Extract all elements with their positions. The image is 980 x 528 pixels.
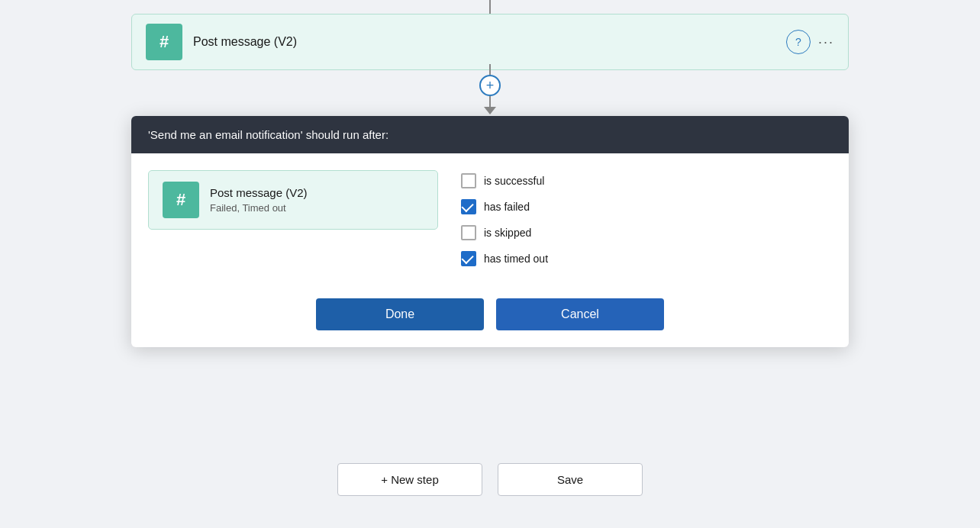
canvas-area: # Post message (V2) ? ··· + 'Send me an … bbox=[0, 0, 980, 528]
dialog-header-text: 'Send me an email notification' should r… bbox=[148, 128, 388, 141]
add-step-button[interactable]: + bbox=[479, 75, 501, 96]
connector-line-top bbox=[489, 0, 491, 14]
step-reference-card: # Post message (V2) Failed, Timed out bbox=[148, 170, 438, 230]
more-button[interactable]: ··· bbox=[818, 34, 834, 50]
done-button[interactable]: Done bbox=[316, 298, 484, 330]
checkbox-is-skipped-box[interactable] bbox=[461, 225, 476, 240]
checkbox-has-failed[interactable]: has failed bbox=[461, 199, 548, 214]
step-ref-subtitle: Failed, Timed out bbox=[210, 202, 308, 214]
save-button[interactable]: Save bbox=[498, 463, 643, 496]
dialog-footer: Done Cancel bbox=[131, 283, 849, 347]
new-step-button[interactable]: + New step bbox=[337, 463, 482, 496]
step-icon-symbol: # bbox=[160, 32, 169, 52]
step-ref-icon: # bbox=[163, 182, 199, 218]
checkbox-is-successful[interactable]: is successful bbox=[461, 173, 548, 188]
mid-connector: + bbox=[479, 64, 501, 114]
connector-line-mid-top bbox=[489, 64, 491, 75]
cancel-button[interactable]: Cancel bbox=[496, 298, 664, 330]
condition-checkbox-list: is successful has failed is skipped has … bbox=[461, 170, 548, 266]
step-card-icon: # bbox=[146, 24, 182, 60]
run-after-dialog: 'Send me an email notification' should r… bbox=[131, 116, 849, 347]
dialog-body: # Post message (V2) Failed, Timed out is… bbox=[131, 153, 849, 283]
step-card: # Post message (V2) ? ··· bbox=[131, 14, 849, 70]
plus-icon: + bbox=[486, 78, 495, 94]
ellipsis-icon: ··· bbox=[818, 34, 834, 50]
arrow-head-mid bbox=[484, 107, 496, 114]
checkbox-has-timed-out[interactable]: has timed out bbox=[461, 251, 548, 266]
checkbox-has-timed-out-label: has timed out bbox=[484, 253, 548, 265]
dialog-row: # Post message (V2) Failed, Timed out is… bbox=[148, 170, 832, 266]
connector-line-mid-bottom bbox=[489, 96, 491, 107]
step-ref-icon-symbol: # bbox=[176, 190, 185, 210]
bottom-actions: + New step Save bbox=[337, 463, 643, 496]
step-ref-info: Post message (V2) Failed, Timed out bbox=[210, 186, 308, 214]
step-ref-title: Post message (V2) bbox=[210, 186, 308, 199]
help-button[interactable]: ? bbox=[786, 30, 811, 54]
step-card-actions: ? ··· bbox=[786, 30, 834, 54]
checkbox-has-failed-label: has failed bbox=[484, 201, 530, 213]
dialog-header: 'Send me an email notification' should r… bbox=[131, 116, 849, 153]
checkbox-is-successful-label: is successful bbox=[484, 175, 544, 187]
checkbox-is-skipped[interactable]: is skipped bbox=[461, 225, 548, 240]
checkbox-is-skipped-label: is skipped bbox=[484, 227, 531, 239]
step-card-title: Post message (V2) bbox=[193, 35, 775, 49]
checkbox-has-failed-box[interactable] bbox=[461, 199, 476, 214]
checkbox-is-successful-box[interactable] bbox=[461, 173, 476, 188]
checkbox-has-timed-out-box[interactable] bbox=[461, 251, 476, 266]
help-icon: ? bbox=[795, 36, 801, 48]
